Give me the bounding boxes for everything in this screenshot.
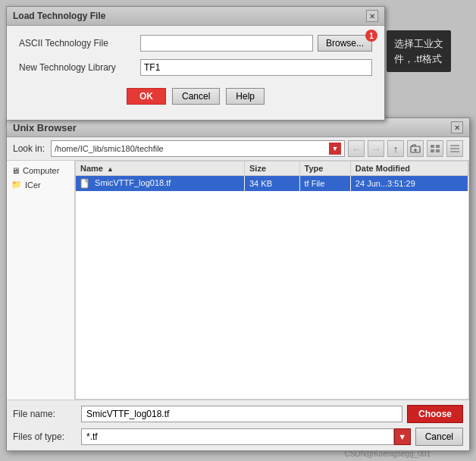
load-technology-dialog: Load Technology File ✕ ASCII Technology …	[6, 6, 385, 121]
back-button[interactable]: ←	[348, 140, 365, 157]
svg-rect-4	[436, 145, 440, 148]
col-header-date[interactable]: Date Modified	[350, 162, 468, 176]
ascii-file-label: ASCII Technology File	[19, 38, 140, 49]
col-header-size[interactable]: Size	[245, 162, 300, 176]
path-dropdown-arrow-icon[interactable]: ▼	[329, 143, 341, 155]
unix-content-area: 🖥 Computer 📁 ICer Name ▲ Size Type Date …	[7, 161, 469, 400]
new-folder-button[interactable]	[407, 140, 424, 157]
filetype-row: Files of type: ▼ Cancel	[13, 428, 463, 446]
load-dialog-buttons: OK Cancel Help	[19, 83, 372, 111]
unix-titlebar: Unix Browser ✕	[7, 118, 469, 137]
ok-button[interactable]: OK	[127, 88, 166, 105]
browse-button[interactable]: Browse... 1	[318, 35, 372, 52]
load-dialog-titlebar: Load Technology File ✕	[7, 7, 384, 26]
load-dialog-title: Load Technology File	[13, 11, 105, 21]
forward-button[interactable]: →	[368, 140, 384, 157]
col-header-type[interactable]: Type	[299, 162, 350, 176]
sidebar-item-computer[interactable]: 🖥 Computer	[7, 164, 74, 177]
cancel-bottom-button[interactable]: Cancel	[415, 428, 463, 446]
filename-label: File name:	[13, 409, 81, 419]
icer-icon: 📁	[11, 180, 22, 190]
tooltip-line2: 件，.tf格式	[394, 52, 443, 67]
svg-rect-6	[436, 149, 440, 152]
detail-view-button[interactable]	[446, 140, 463, 157]
load-dialog-close-button[interactable]: ✕	[366, 10, 378, 22]
browse-badge: 1	[365, 30, 377, 42]
new-lib-input[interactable]	[140, 59, 372, 76]
svg-rect-3	[431, 145, 434, 148]
unix-sidebar: 🖥 Computer 📁 ICer	[7, 161, 75, 400]
up-folder-button[interactable]: ↑	[387, 140, 404, 157]
tooltip-box: 选择工业文 件，.tf格式	[387, 30, 451, 72]
file-table: Name ▲ Size Type Date Modified Sm	[76, 162, 468, 191]
unix-bottom-area: File name: Choose Files of type: ▼ Cance…	[7, 400, 469, 450]
unix-toolbar: Look in: /home/IC_lib/smic180/techfile ▼…	[7, 137, 469, 161]
svg-rect-5	[431, 149, 434, 152]
sidebar-item-computer-label: Computer	[23, 166, 59, 175]
load-dialog-body: ASCII Technology File Browse... 1 New Te…	[7, 26, 384, 120]
path-dropdown[interactable]: /home/IC_lib/smic180/techfile ▼	[51, 140, 345, 157]
help-button[interactable]: Help	[226, 88, 265, 105]
filetype-input[interactable]	[81, 428, 394, 445]
current-path: /home/IC_lib/smic180/techfile	[55, 144, 164, 153]
filename-row: File name: Choose	[13, 405, 463, 423]
file-size-cell: 34 KB	[245, 176, 300, 192]
filetype-dropdown-arrow-icon[interactable]: ▼	[394, 428, 411, 445]
col-header-name[interactable]: Name ▲	[76, 162, 245, 176]
sidebar-item-icer[interactable]: 📁 ICer	[7, 177, 74, 192]
ascii-file-input[interactable]	[140, 35, 313, 52]
unix-file-list: Name ▲ Size Type Date Modified Sm	[75, 161, 469, 400]
unix-dialog-close-button[interactable]: ✕	[451, 121, 463, 133]
filetype-label: Files of type:	[13, 431, 81, 442]
list-view-button[interactable]	[427, 140, 443, 157]
new-lib-label: New Technology Library	[19, 62, 140, 73]
look-in-label: Look in:	[13, 143, 45, 154]
choose-button[interactable]: Choose	[407, 405, 463, 423]
file-icon	[80, 178, 89, 189]
new-lib-row: New Technology Library	[19, 59, 372, 76]
file-type-cell: tf File	[299, 176, 350, 192]
ascii-file-row: ASCII Technology File Browse... 1	[19, 35, 372, 52]
tooltip-line1: 选择工业文	[394, 36, 443, 52]
table-row[interactable]: SmicVTTF_log018.tf 34 KB tf File 24 Jun.…	[76, 176, 468, 192]
cancel-button[interactable]: Cancel	[172, 88, 220, 105]
filename-input[interactable]	[81, 406, 402, 422]
unix-browser-dialog: Unix Browser ✕ Look in: /home/IC_lib/smi…	[6, 118, 470, 451]
file-date-cell: 24 Jun...3:51:29	[350, 176, 468, 192]
file-name-cell: SmicVTTF_log018.tf	[76, 176, 245, 192]
computer-icon: 🖥	[11, 166, 20, 175]
sidebar-item-icer-label: ICer	[25, 180, 41, 190]
unix-dialog-title: Unix Browser	[13, 122, 77, 133]
